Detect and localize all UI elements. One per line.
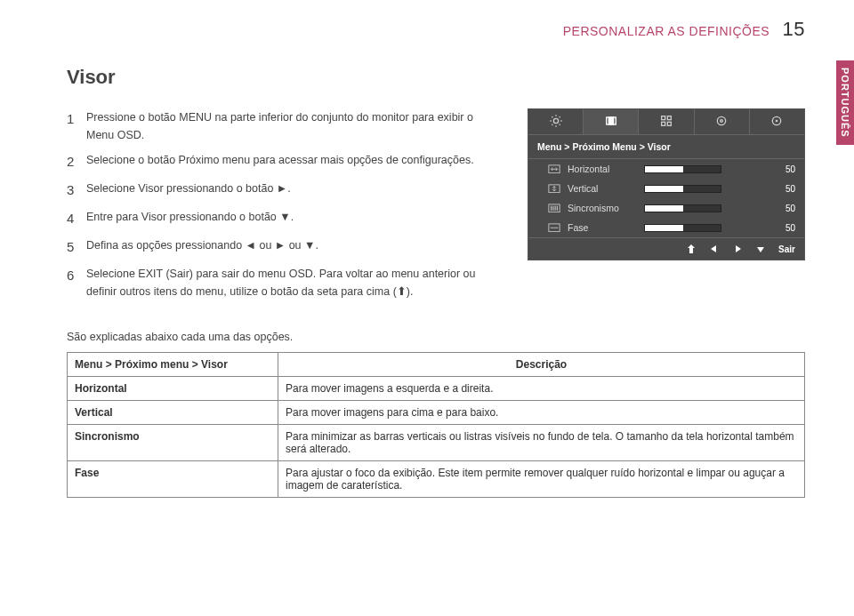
page-header: PERSONALIZAR AS DEFINIÇÕES 15 bbox=[67, 18, 805, 41]
step-text: Selecione o botão Próximo menu para aces… bbox=[86, 151, 503, 172]
osd-label: Horizontal bbox=[568, 164, 637, 174]
osd-row-horizontal[interactable]: Horizontal 50 bbox=[528, 159, 804, 179]
step-number: 5 bbox=[67, 236, 79, 258]
step-text: Selecione EXIT (Sair) para sair do menu … bbox=[86, 265, 503, 300]
sun-icon bbox=[549, 114, 563, 130]
osd-value: 50 bbox=[786, 184, 795, 194]
svg-point-0 bbox=[553, 118, 558, 123]
table-cell-desc: Para minimizar as barras verticais ou li… bbox=[278, 425, 805, 461]
header-breadcrumb: PERSONALIZAR AS DEFINIÇÕES bbox=[563, 24, 769, 38]
step-text: Entre para Visor pressionando o botão ▼. bbox=[86, 208, 503, 229]
osd-slider[interactable] bbox=[644, 224, 721, 232]
step-number: 2 bbox=[67, 151, 79, 172]
step-number: 1 bbox=[67, 108, 79, 144]
osd-slider[interactable] bbox=[644, 165, 721, 173]
table-header-left: Menu > Próximo menu > Visor bbox=[68, 353, 278, 377]
up-arrow-icon[interactable] bbox=[686, 244, 697, 254]
sync-icon bbox=[548, 203, 560, 213]
page: PERSONALIZAR AS DEFINIÇÕES 15 PORTUGUÊS … bbox=[0, 0, 854, 524]
right-arrow-icon[interactable] bbox=[732, 244, 743, 254]
osd-value: 50 bbox=[786, 164, 795, 174]
svg-point-10 bbox=[777, 120, 777, 121]
instructions: 1Pressione o botão MENU na parte inferio… bbox=[67, 108, 503, 308]
osd-row-fase[interactable]: Fase 50 bbox=[528, 218, 804, 237]
osd-tab-other1[interactable] bbox=[695, 109, 750, 134]
table-row: Sincronismo Para minimizar as barras ver… bbox=[68, 425, 805, 461]
osd-tab-bar bbox=[528, 109, 804, 135]
table-cell-name: Horizontal bbox=[68, 377, 278, 401]
step: 1Pressione o botão MENU na parte inferio… bbox=[67, 108, 503, 144]
section-title: Visor bbox=[67, 66, 805, 89]
svg-rect-3 bbox=[662, 116, 665, 120]
table-cell-name: Vertical bbox=[68, 401, 278, 425]
step-number: 4 bbox=[67, 208, 79, 229]
horizontal-icon bbox=[548, 164, 560, 174]
step-number: 3 bbox=[67, 180, 79, 201]
osd-tab-color[interactable] bbox=[639, 109, 694, 134]
main-row: 1Pressione o botão MENU na parte inferio… bbox=[67, 108, 805, 308]
step-text: Selecione Visor pressionando o botão ►. bbox=[86, 180, 503, 201]
svg-rect-4 bbox=[667, 116, 671, 120]
step: 6Selecione EXIT (Sair) para sair do menu… bbox=[67, 265, 503, 300]
osd-label: Sincronismo bbox=[568, 203, 637, 213]
vertical-icon bbox=[548, 183, 560, 194]
osd-tab-brightness[interactable] bbox=[528, 109, 584, 134]
svg-rect-5 bbox=[662, 122, 665, 125]
language-tab: PORTUGUÊS bbox=[836, 60, 854, 145]
table-row: Fase Para ajustar o foco da exibição. Es… bbox=[68, 461, 805, 498]
osd-tab-display[interactable] bbox=[584, 109, 639, 134]
svg-point-8 bbox=[721, 120, 723, 123]
osd-slider[interactable] bbox=[644, 204, 721, 212]
osd-exit-label[interactable]: Sair bbox=[778, 244, 795, 254]
osd-tab-other2[interactable] bbox=[750, 109, 804, 134]
step: 3Selecione Visor pressionando o botão ►. bbox=[67, 180, 503, 201]
osd-slider[interactable] bbox=[644, 185, 721, 193]
osd-footer: Sair bbox=[528, 237, 804, 260]
svg-point-7 bbox=[718, 116, 726, 124]
step-text: Pressione o botão MENU na parte inferior… bbox=[86, 108, 503, 144]
target-icon bbox=[769, 114, 784, 130]
osd-label: Fase bbox=[568, 222, 637, 233]
phase-icon bbox=[548, 222, 560, 233]
settings-icon bbox=[714, 114, 729, 130]
osd-panel: Menu > Próximo Menu > Visor Horizontal 5… bbox=[528, 108, 805, 260]
osd-label: Vertical bbox=[568, 183, 637, 194]
table-cell-desc: Para ajustar o foco da exibição. Este it… bbox=[278, 461, 805, 498]
svg-rect-2 bbox=[608, 117, 613, 124]
description-table: Menu > Próximo menu > Visor Descrição Ho… bbox=[67, 352, 805, 498]
page-number: 15 bbox=[783, 18, 805, 40]
table-cell-desc: Para mover imagens para cima e para baix… bbox=[278, 401, 805, 425]
osd-value: 50 bbox=[786, 204, 795, 213]
display-icon bbox=[604, 114, 618, 130]
table-cell-name: Fase bbox=[68, 461, 278, 498]
table-row: Vertical Para mover imagens para cima e … bbox=[68, 401, 805, 425]
table-cell-name: Sincronismo bbox=[68, 425, 278, 461]
table-header-right: Descrição bbox=[278, 353, 805, 377]
step-number: 6 bbox=[67, 265, 79, 300]
osd-value: 50 bbox=[786, 223, 795, 233]
table-cell-desc: Para mover imagens a esquerda e a direit… bbox=[278, 377, 805, 401]
osd-breadcrumb: Menu > Próximo Menu > Visor bbox=[528, 135, 804, 159]
step: 2Selecione o botão Próximo menu para ace… bbox=[67, 151, 503, 172]
step-text: Defina as opções pressionando ◄ ou ► ou … bbox=[86, 236, 503, 258]
step: 4Entre para Visor pressionando o botão ▼… bbox=[67, 208, 503, 229]
step: 5Defina as opções pressionando ◄ ou ► ou… bbox=[67, 236, 503, 258]
down-arrow-icon[interactable] bbox=[755, 244, 766, 254]
table-row: Horizontal Para mover imagens a esquerda… bbox=[68, 377, 805, 401]
left-arrow-icon[interactable] bbox=[709, 244, 720, 254]
explain-intro: São explicadas abaixo cada uma das opçõe… bbox=[67, 331, 805, 343]
svg-rect-6 bbox=[667, 122, 671, 125]
osd-row-sincronismo[interactable]: Sincronismo 50 bbox=[528, 198, 804, 218]
palette-icon bbox=[659, 114, 673, 130]
osd-row-vertical[interactable]: Vertical 50 bbox=[528, 179, 804, 198]
